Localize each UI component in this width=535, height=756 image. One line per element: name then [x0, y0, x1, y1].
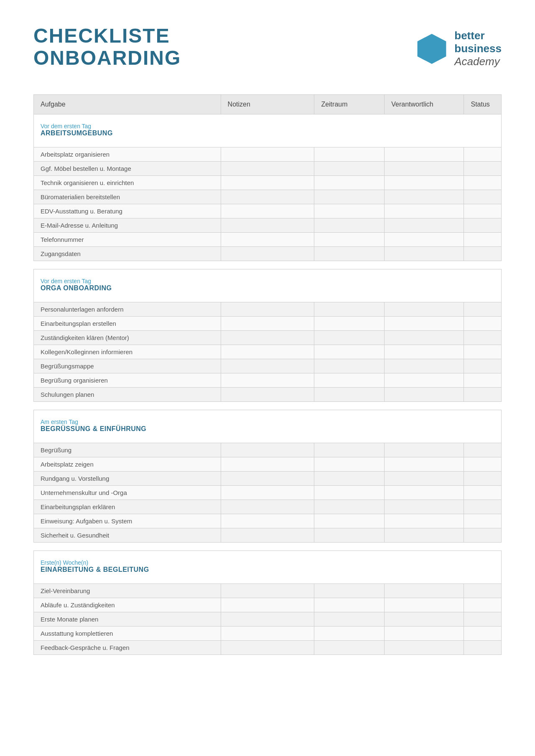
verantwortlich-cell[interactable]	[385, 457, 464, 471]
zeitraum-cell[interactable]	[314, 485, 385, 500]
verantwortlich-cell[interactable]	[385, 626, 464, 640]
notizen-cell[interactable]	[221, 373, 314, 387]
notizen-cell[interactable]	[221, 612, 314, 626]
status-cell[interactable]	[464, 190, 502, 204]
status-cell[interactable]	[464, 373, 502, 387]
notizen-cell[interactable]	[221, 500, 314, 514]
status-cell[interactable]	[464, 457, 502, 471]
notizen-cell[interactable]	[221, 345, 314, 359]
status-cell[interactable]	[464, 626, 502, 640]
zeitraum-cell[interactable]	[314, 514, 385, 528]
zeitraum-cell[interactable]	[314, 598, 385, 612]
verantwortlich-cell[interactable]	[385, 161, 464, 175]
zeitraum-cell[interactable]	[314, 161, 385, 175]
verantwortlich-cell[interactable]	[385, 147, 464, 161]
verantwortlich-cell[interactable]	[385, 316, 464, 330]
status-cell[interactable]	[464, 246, 502, 261]
notizen-cell[interactable]	[221, 514, 314, 528]
verantwortlich-cell[interactable]	[385, 218, 464, 232]
verantwortlich-cell[interactable]	[385, 175, 464, 190]
status-cell[interactable]	[464, 471, 502, 485]
status-cell[interactable]	[464, 359, 502, 373]
zeitraum-cell[interactable]	[314, 387, 385, 401]
notizen-cell[interactable]	[221, 204, 314, 218]
verantwortlich-cell[interactable]	[385, 485, 464, 500]
zeitraum-cell[interactable]	[314, 316, 385, 330]
verantwortlich-cell[interactable]	[385, 330, 464, 345]
zeitraum-cell[interactable]	[314, 471, 385, 485]
zeitraum-cell[interactable]	[314, 302, 385, 316]
status-cell[interactable]	[464, 316, 502, 330]
verantwortlich-cell[interactable]	[385, 612, 464, 626]
zeitraum-cell[interactable]	[314, 583, 385, 598]
notizen-cell[interactable]	[221, 457, 314, 471]
status-cell[interactable]	[464, 583, 502, 598]
zeitraum-cell[interactable]	[314, 147, 385, 161]
notizen-cell[interactable]	[221, 246, 314, 261]
verantwortlich-cell[interactable]	[385, 583, 464, 598]
verantwortlich-cell[interactable]	[385, 598, 464, 612]
status-cell[interactable]	[464, 175, 502, 190]
notizen-cell[interactable]	[221, 528, 314, 542]
status-cell[interactable]	[464, 514, 502, 528]
verantwortlich-cell[interactable]	[385, 359, 464, 373]
notizen-cell[interactable]	[221, 387, 314, 401]
verantwortlich-cell[interactable]	[385, 443, 464, 457]
zeitraum-cell[interactable]	[314, 612, 385, 626]
status-cell[interactable]	[464, 345, 502, 359]
status-cell[interactable]	[464, 443, 502, 457]
notizen-cell[interactable]	[221, 330, 314, 345]
status-cell[interactable]	[464, 598, 502, 612]
zeitraum-cell[interactable]	[314, 218, 385, 232]
notizen-cell[interactable]	[221, 190, 314, 204]
status-cell[interactable]	[464, 232, 502, 246]
status-cell[interactable]	[464, 485, 502, 500]
status-cell[interactable]	[464, 147, 502, 161]
zeitraum-cell[interactable]	[314, 528, 385, 542]
verantwortlich-cell[interactable]	[385, 500, 464, 514]
notizen-cell[interactable]	[221, 147, 314, 161]
verantwortlich-cell[interactable]	[385, 204, 464, 218]
notizen-cell[interactable]	[221, 583, 314, 598]
notizen-cell[interactable]	[221, 316, 314, 330]
notizen-cell[interactable]	[221, 640, 314, 655]
notizen-cell[interactable]	[221, 443, 314, 457]
zeitraum-cell[interactable]	[314, 175, 385, 190]
status-cell[interactable]	[464, 302, 502, 316]
verantwortlich-cell[interactable]	[385, 232, 464, 246]
verantwortlich-cell[interactable]	[385, 387, 464, 401]
status-cell[interactable]	[464, 640, 502, 655]
verantwortlich-cell[interactable]	[385, 302, 464, 316]
status-cell[interactable]	[464, 218, 502, 232]
notizen-cell[interactable]	[221, 626, 314, 640]
status-cell[interactable]	[464, 612, 502, 626]
notizen-cell[interactable]	[221, 218, 314, 232]
notizen-cell[interactable]	[221, 471, 314, 485]
zeitraum-cell[interactable]	[314, 443, 385, 457]
notizen-cell[interactable]	[221, 359, 314, 373]
status-cell[interactable]	[464, 204, 502, 218]
verantwortlich-cell[interactable]	[385, 246, 464, 261]
zeitraum-cell[interactable]	[314, 190, 385, 204]
zeitraum-cell[interactable]	[314, 500, 385, 514]
status-cell[interactable]	[464, 387, 502, 401]
zeitraum-cell[interactable]	[314, 373, 385, 387]
zeitraum-cell[interactable]	[314, 626, 385, 640]
status-cell[interactable]	[464, 161, 502, 175]
zeitraum-cell[interactable]	[314, 232, 385, 246]
status-cell[interactable]	[464, 330, 502, 345]
notizen-cell[interactable]	[221, 161, 314, 175]
zeitraum-cell[interactable]	[314, 457, 385, 471]
notizen-cell[interactable]	[221, 302, 314, 316]
zeitraum-cell[interactable]	[314, 345, 385, 359]
notizen-cell[interactable]	[221, 485, 314, 500]
notizen-cell[interactable]	[221, 232, 314, 246]
verantwortlich-cell[interactable]	[385, 471, 464, 485]
verantwortlich-cell[interactable]	[385, 514, 464, 528]
zeitraum-cell[interactable]	[314, 204, 385, 218]
status-cell[interactable]	[464, 500, 502, 514]
notizen-cell[interactable]	[221, 598, 314, 612]
zeitraum-cell[interactable]	[314, 359, 385, 373]
verantwortlich-cell[interactable]	[385, 373, 464, 387]
verantwortlich-cell[interactable]	[385, 528, 464, 542]
